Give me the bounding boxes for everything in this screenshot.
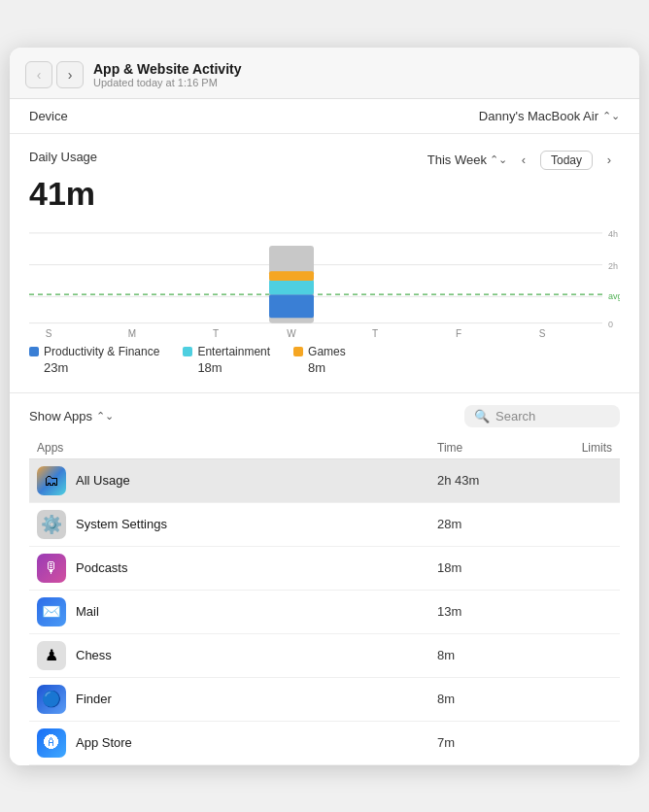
svg-text:F: F xyxy=(456,327,461,338)
svg-text:4h: 4h xyxy=(608,227,618,238)
week-chevron-icon: ⌃⌄ xyxy=(490,153,507,166)
entertainment-dot xyxy=(183,347,192,356)
week-label: This Week xyxy=(427,152,487,167)
app-info-podcasts: 🎙 Podcasts xyxy=(37,554,437,583)
app-info-chess: ♟ Chess xyxy=(37,641,437,670)
device-selector[interactable]: Danny's MacBook Air ⌃⌄ xyxy=(479,109,620,123)
app-name-chess: Chess xyxy=(76,648,112,662)
search-placeholder: Search xyxy=(495,409,535,423)
mail-icon: ✉️ xyxy=(37,597,66,626)
svg-text:S: S xyxy=(539,327,546,338)
device-name: Danny's MacBook Air xyxy=(479,109,598,123)
device-row: Device Danny's MacBook Air ⌃⌄ xyxy=(10,99,639,134)
main-window: ‹ › App & Website Activity Updated today… xyxy=(10,48,639,765)
app-row-podcasts[interactable]: 🎙 Podcasts 18m xyxy=(29,547,620,591)
col-apps: Apps xyxy=(37,441,437,455)
games-dot xyxy=(293,347,303,356)
svg-rect-10 xyxy=(269,294,314,318)
games-time: 8m xyxy=(293,360,346,375)
show-apps-selector[interactable]: Show Apps ⌃⌄ xyxy=(29,409,114,423)
system-settings-icon: ⚙️ xyxy=(37,510,66,539)
app-time-podcasts: 18m xyxy=(437,560,534,575)
svg-text:W: W xyxy=(287,327,296,338)
apps-header: Show Apps ⌃⌄ 🔍 Search xyxy=(29,405,620,427)
app-store-icon: 🅐 xyxy=(37,728,66,758)
app-name-podcasts: Podcasts xyxy=(76,560,127,575)
app-row-all-usage[interactable]: 🗂 All Usage 2h 43m xyxy=(29,459,620,503)
svg-text:S: S xyxy=(46,327,52,338)
forward-button[interactable]: › xyxy=(56,61,84,88)
back-button[interactable]: ‹ xyxy=(25,61,52,88)
show-apps-label: Show Apps xyxy=(29,409,92,423)
chart-legend: Productivity & Finance 23m Entertainment… xyxy=(29,345,620,375)
apps-section: Show Apps ⌃⌄ 🔍 Search Apps Time Limits 🗂… xyxy=(10,393,639,765)
chart-svg: 4h 2h avg 0 S M T W xyxy=(29,222,620,339)
usage-chart: 4h 2h avg 0 S M T W xyxy=(29,222,620,339)
productivity-dot xyxy=(29,347,39,356)
col-limits: Limits xyxy=(534,441,612,455)
svg-text:T: T xyxy=(372,327,379,338)
usage-section: Daily Usage This Week ⌃⌄ ‹ Today › 41m xyxy=(10,134,639,392)
podcasts-icon: 🎙 xyxy=(37,554,66,583)
total-time: 41m xyxy=(29,175,620,213)
legend-games: Games 8m xyxy=(293,345,346,375)
app-row-mail[interactable]: ✉️ Mail 13m xyxy=(29,591,620,634)
legend-entertainment: Entertainment 18m xyxy=(183,345,270,375)
app-time-finder: 8m xyxy=(437,692,534,706)
svg-text:T: T xyxy=(213,327,220,338)
nav-buttons: ‹ › xyxy=(25,61,84,88)
svg-text:2h: 2h xyxy=(608,259,618,270)
device-chevron-icon: ⌃⌄ xyxy=(602,110,620,122)
app-name-all-usage: All Usage xyxy=(76,473,130,488)
productivity-label: Productivity & Finance xyxy=(44,345,159,358)
prev-week-button[interactable]: ‹ xyxy=(513,150,534,171)
app-time-all-usage: 2h 43m xyxy=(437,473,534,488)
app-row-app-store[interactable]: 🅐 App Store 7m xyxy=(29,722,620,765)
finder-icon: 🔵 xyxy=(37,685,66,714)
svg-rect-12 xyxy=(269,271,314,281)
daily-label: Daily Usage xyxy=(29,150,97,164)
search-box[interactable]: 🔍 Search xyxy=(464,405,620,427)
device-label: Device xyxy=(29,109,68,123)
show-apps-chevron-icon: ⌃⌄ xyxy=(96,410,114,423)
legend-productivity: Productivity & Finance 23m xyxy=(29,345,159,375)
week-selector[interactable]: This Week ⌃⌄ xyxy=(427,152,507,167)
svg-text:avg: avg xyxy=(608,289,620,300)
app-info-all-usage: 🗂 All Usage xyxy=(37,466,437,495)
app-row-system-settings[interactable]: ⚙️ System Settings 28m xyxy=(29,503,620,547)
svg-rect-11 xyxy=(269,279,314,293)
chess-icon: ♟ xyxy=(37,641,66,670)
entertainment-time: 18m xyxy=(183,360,270,375)
svg-text:M: M xyxy=(128,327,136,338)
games-label: Games xyxy=(308,345,346,358)
app-time-system-settings: 28m xyxy=(437,517,534,531)
title-block: App & Website Activity Updated today at … xyxy=(93,61,624,88)
svg-text:0: 0 xyxy=(608,318,613,328)
search-icon: 🔍 xyxy=(474,409,490,423)
app-name-system-settings: System Settings xyxy=(76,517,167,531)
app-time-mail: 13m xyxy=(437,604,534,619)
app-time-chess: 8m xyxy=(437,648,534,662)
app-info-mail: ✉️ Mail xyxy=(37,597,437,626)
today-button[interactable]: Today xyxy=(540,151,593,170)
app-name-mail: Mail xyxy=(76,604,99,619)
app-info-finder: 🔵 Finder xyxy=(37,685,437,714)
productivity-time: 23m xyxy=(29,360,159,375)
app-row-chess[interactable]: ♟ Chess 8m xyxy=(29,634,620,678)
app-info-app-store: 🅐 App Store xyxy=(37,728,437,758)
app-row-finder[interactable]: 🔵 Finder 8m xyxy=(29,678,620,722)
window-title: App & Website Activity xyxy=(93,61,624,77)
table-header: Apps Time Limits xyxy=(29,437,620,459)
app-name-app-store: App Store xyxy=(76,735,132,750)
week-nav: This Week ⌃⌄ ‹ Today › xyxy=(427,150,620,171)
app-time-app-store: 7m xyxy=(437,735,534,750)
app-info-system-settings: ⚙️ System Settings xyxy=(37,510,437,539)
entertainment-label: Entertainment xyxy=(197,345,270,358)
app-name-finder: Finder xyxy=(76,692,112,706)
usage-header: Daily Usage This Week ⌃⌄ ‹ Today › xyxy=(29,150,620,171)
title-bar: ‹ › App & Website Activity Updated today… xyxy=(10,48,639,99)
col-time: Time xyxy=(437,441,534,455)
next-week-button[interactable]: › xyxy=(598,150,620,171)
window-subtitle: Updated today at 1:16 PM xyxy=(93,77,624,88)
all-usage-icon: 🗂 xyxy=(37,466,66,495)
